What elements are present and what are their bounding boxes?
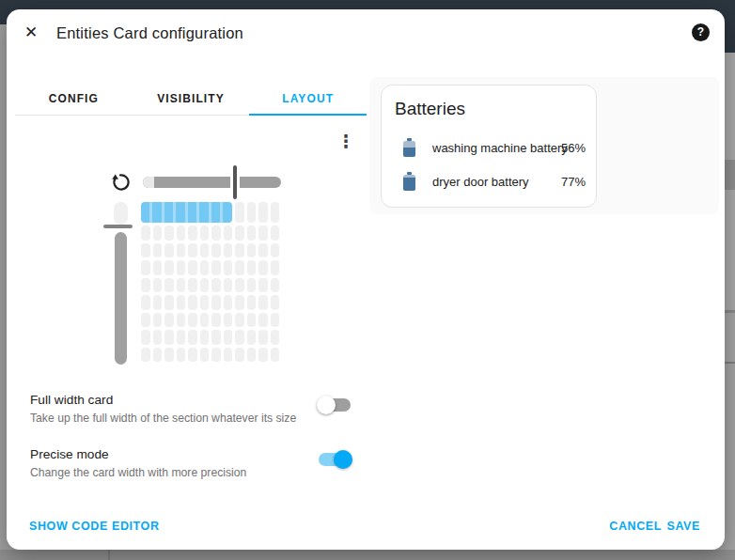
grid-cell[interactable] [211,295,221,310]
grid-cell[interactable] [211,278,221,293]
grid-cell[interactable] [153,313,163,328]
reset-size-icon[interactable] [108,170,133,194]
grid-cell[interactable] [164,260,174,275]
grid-cell[interactable] [188,243,197,258]
grid-cell[interactable] [258,226,268,241]
grid-cell[interactable] [177,313,186,328]
grid-cell[interactable] [271,260,280,275]
grid-cell[interactable] [247,243,257,258]
grid-cell[interactable] [258,243,268,258]
grid-cell[interactable] [258,202,268,223]
save-button[interactable]: SAVE [666,520,700,533]
grid-cell[interactable] [271,202,280,223]
grid-cell[interactable] [200,278,210,293]
grid-cell[interactable] [177,330,186,345]
grid-cell[interactable] [141,348,150,363]
grid-cell[interactable] [188,226,197,241]
grid-cell[interactable] [258,330,268,345]
grid-cell[interactable] [271,313,280,328]
grid-cell[interactable] [247,330,257,345]
entity-row[interactable]: washing machine battery 56% [382,138,596,157]
grid-cell[interactable] [164,278,174,293]
grid-cell[interactable] [224,348,233,363]
cancel-button[interactable]: CANCEL [609,520,662,533]
grid-cell[interactable] [235,348,244,363]
grid-cell[interactable] [235,330,244,345]
grid-cell[interactable] [153,348,163,363]
grid-cell[interactable] [164,295,174,310]
grid-cell[interactable] [247,348,257,363]
grid-cell[interactable] [177,260,186,275]
grid-cell[interactable] [211,226,221,241]
grid-cell[interactable] [188,278,197,293]
grid-cell[interactable] [153,278,163,293]
grid-cell[interactable] [200,226,210,241]
tab-layout[interactable]: LAYOUT [249,83,367,115]
close-icon[interactable]: ✕ [20,22,42,44]
grid-cell[interactable] [235,313,244,328]
grid-cell[interactable] [247,202,257,223]
grid-cell[interactable] [224,313,233,328]
grid-cell[interactable] [235,202,244,223]
grid-cell[interactable] [258,348,268,363]
grid-cell[interactable] [188,348,197,363]
grid-cell[interactable] [200,260,210,275]
grid-cell[interactable] [224,226,233,241]
grid-cell[interactable] [258,260,268,275]
grid-cell[interactable] [235,226,244,241]
grid-cell[interactable] [247,226,257,241]
grid-selected-area[interactable] [141,202,232,223]
full-width-card-toggle[interactable] [317,396,352,414]
grid-cell[interactable] [141,278,150,293]
grid-cell[interactable] [247,313,257,328]
grid-cell[interactable] [235,295,244,310]
columns-slider[interactable] [143,177,281,188]
grid-cell[interactable] [188,330,197,345]
grid-cell[interactable] [188,295,197,310]
grid-cell[interactable] [247,278,257,293]
grid-cell[interactable] [211,260,221,275]
grid-cell[interactable] [188,313,197,328]
precise-mode-toggle[interactable] [317,450,352,469]
grid-cell[interactable] [247,260,257,275]
grid-cell[interactable] [258,313,268,328]
grid-cell[interactable] [211,243,221,258]
tab-config[interactable]: CONFIG [15,83,133,115]
grid-cell[interactable] [200,330,210,345]
grid-cell[interactable] [235,243,244,258]
grid-cell[interactable] [211,313,221,328]
grid-cell[interactable] [141,260,150,275]
grid-cell[interactable] [200,313,210,328]
grid-cell[interactable] [271,278,280,293]
grid-cell[interactable] [211,330,221,345]
entity-row[interactable]: dryer door battery 77% [382,172,596,191]
help-icon[interactable]: ? [692,23,710,41]
grid-cell[interactable] [188,260,197,275]
grid-cell[interactable] [141,313,150,328]
grid-cell[interactable] [211,348,221,363]
grid-cell[interactable] [271,348,280,363]
grid-cell[interactable] [235,278,244,293]
grid-cell[interactable] [153,295,163,310]
columns-slider-track[interactable] [143,177,281,188]
grid-cell[interactable] [224,243,233,258]
columns-slider-handle[interactable] [233,165,237,199]
show-code-editor-button[interactable]: SHOW CODE EDITOR [29,520,160,533]
grid-cell[interactable] [200,295,210,310]
grid-cell[interactable] [224,295,233,310]
grid-cell[interactable] [153,243,163,258]
grid-cell[interactable] [164,226,174,241]
grid-cell[interactable] [153,330,163,345]
grid-cell[interactable] [200,348,210,363]
grid-cell[interactable] [224,330,233,345]
rows-slider-track[interactable] [115,232,127,365]
size-grid[interactable] [141,202,279,362]
rows-slider-handle[interactable] [103,225,133,228]
overflow-menu-icon[interactable]: ⋮ [335,131,357,153]
grid-cell[interactable] [164,313,174,328]
grid-cell[interactable] [258,295,268,310]
grid-cell[interactable] [271,243,280,258]
grid-cell[interactable] [224,278,233,293]
grid-cell[interactable] [235,260,244,275]
grid-cell[interactable] [258,278,268,293]
